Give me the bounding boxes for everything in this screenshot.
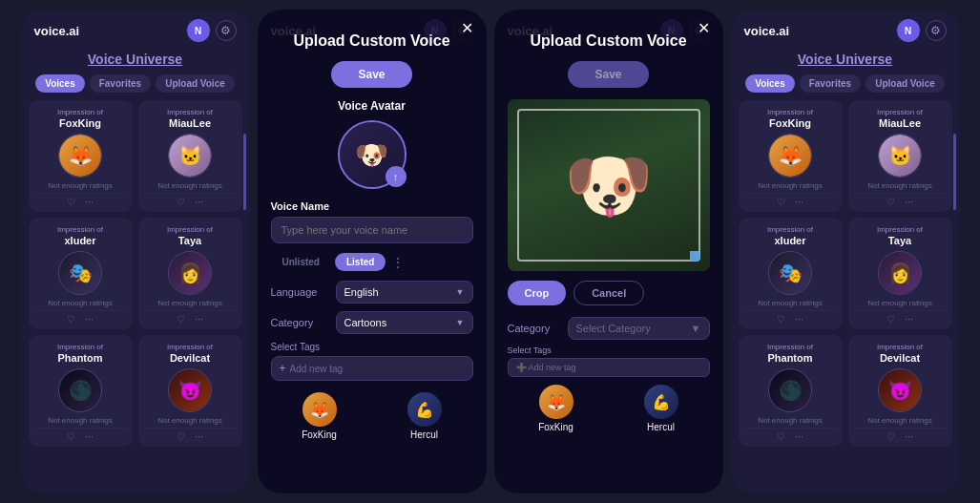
voice-card-phantom-1[interactable]: Impression of Phantom 🌑 Not enough ratin… — [29, 335, 133, 447]
heart-icon[interactable]: ♡ — [886, 431, 895, 442]
voice-avatar: 🎭 — [768, 251, 812, 295]
dropdown-arrow-3: ▼ — [691, 323, 701, 334]
modal-title-2: Upload Custom Voice — [271, 32, 473, 50]
avatar-1[interactable]: N — [187, 19, 210, 42]
bottom-voices-2: 🦊 FoxKing 💪 Hercul — [271, 392, 473, 440]
card-actions: ♡ ··· — [144, 310, 237, 325]
close-button-3[interactable]: ✕ — [698, 21, 710, 36]
heart-icon[interactable]: ♡ — [886, 314, 895, 325]
heart-icon[interactable]: ♡ — [886, 197, 895, 207]
more-icon[interactable]: ··· — [195, 431, 202, 442]
more-icon[interactable]: ··· — [85, 197, 93, 207]
tab-upload-1[interactable]: Upload Voice — [156, 74, 235, 93]
rating: Not enough ratings — [34, 181, 127, 190]
more-icon[interactable]: ··· — [85, 314, 93, 325]
voice-label: Impression of — [34, 108, 127, 116]
more-icon[interactable]: ··· — [195, 314, 202, 325]
crop-button[interactable]: Crop — [508, 281, 567, 305]
heart-icon[interactable]: ♡ — [177, 197, 185, 207]
tab-favorites-1[interactable]: Favorites — [90, 74, 151, 93]
more-icon[interactable]: ··· — [905, 314, 912, 325]
voice-name: xIuder — [34, 235, 127, 246]
category-placeholder-3: Select Category — [576, 323, 651, 334]
header-1: voice.ai N ⚙ — [21, 10, 250, 48]
more-icon[interactable]: ··· — [795, 431, 803, 442]
save-button-3[interactable]: Save — [568, 61, 648, 88]
more-icon[interactable]: ··· — [795, 197, 803, 207]
category-row: Category Cartoons ▼ — [271, 311, 473, 334]
voice-name-input[interactable] — [271, 217, 473, 243]
tags-input[interactable]: + Add new tag — [271, 356, 473, 381]
more-icon[interactable]: ··· — [85, 431, 93, 442]
voice-avatar: 😈 — [878, 368, 922, 412]
phone-screen-1: voice.ai N ⚙ Voice Universe Voices Favor… — [21, 10, 250, 493]
rating: Not enough ratings — [34, 416, 127, 425]
rating: Not enough ratings — [144, 299, 237, 307]
more-icon[interactable]: ··· — [195, 197, 202, 207]
phone-screen-4: voice.ai N ⚙ Voice Universe Voices Favor… — [731, 10, 960, 493]
voice-card-phantom-4[interactable]: Impression of Phantom 🌑 Not enough ratin… — [739, 335, 843, 447]
modal-title-3: Upload Custom Voice — [508, 32, 710, 50]
card-actions: ♡ ··· — [854, 193, 947, 207]
heart-icon[interactable]: ♡ — [177, 431, 185, 442]
avatar-4[interactable]: N — [897, 19, 920, 42]
heart-icon[interactable]: ♡ — [777, 197, 785, 207]
close-button-2[interactable]: ✕ — [461, 21, 473, 36]
card-actions: ♡ ··· — [854, 310, 947, 325]
cancel-button-3[interactable]: Cancel — [573, 281, 644, 305]
voice-avatar: 😈 — [168, 368, 212, 412]
card-actions: ♡ ··· — [144, 193, 237, 207]
category-select[interactable]: Cartoons ▼ — [336, 311, 473, 334]
tab-upload-4[interactable]: Upload Voice — [865, 74, 945, 93]
voice-avatar: 🌑 — [768, 368, 812, 412]
voice-card-devilcat-1[interactable]: Impression of Devilcat 😈 Not enough rati… — [138, 335, 242, 447]
more-icon[interactable]: ··· — [795, 314, 803, 325]
tags-label: Select Tags — [271, 342, 473, 352]
voice-card-xiuder-1[interactable]: Impression of xIuder 🎭 Not enough rating… — [29, 218, 133, 329]
tab-favorites-4[interactable]: Favorites — [800, 74, 861, 93]
crop-handle[interactable] — [690, 251, 699, 261]
scroll-indicator-4 — [953, 134, 956, 210]
voice-label: Impression of — [854, 108, 947, 116]
heart-icon[interactable]: ♡ — [67, 314, 75, 325]
more-icon[interactable]: ··· — [905, 197, 912, 207]
heart-icon[interactable]: ♡ — [177, 314, 185, 325]
voice-label: Impression of — [854, 225, 947, 234]
voice-card-foxking-4[interactable]: Impression of FoxKing 🦊 Not enough ratin… — [739, 100, 843, 212]
voice-card-xiuder-4[interactable]: Impression of xIuder 🎭 Not enough rating… — [739, 218, 843, 329]
voice-card-taya-1[interactable]: Impression of Taya 👩 Not enough ratings … — [138, 218, 242, 329]
voice-card-devilcat-4[interactable]: Impression of Devilcat 😈 Not enough rati… — [848, 335, 952, 447]
tags-section: Select Tags + Add new tag — [271, 342, 473, 381]
more-options-icon[interactable]: ⋮ — [391, 255, 405, 270]
save-button-2[interactable]: Save — [331, 61, 411, 88]
heart-icon[interactable]: ♡ — [67, 197, 75, 207]
heart-icon[interactable]: ♡ — [777, 314, 785, 325]
voice-card-miau-4[interactable]: Impression of MiauLee 🐱 Not enough ratin… — [848, 100, 952, 212]
voice-name: Devilcat — [854, 352, 947, 364]
category-select-3[interactable]: Select Category ▼ — [568, 317, 710, 340]
voice-card-taya-4[interactable]: Impression of Taya 👩 Not enough ratings … — [848, 218, 952, 329]
gear-icon-1[interactable]: ⚙ — [216, 20, 237, 41]
voice-label: Impression of — [34, 343, 127, 351]
tags-input-3[interactable]: ➕ Add new tag — [508, 358, 710, 377]
dropdown-arrow-lang: ▼ — [456, 287, 465, 297]
language-select[interactable]: English ▼ — [336, 281, 473, 304]
more-icon[interactable]: ··· — [905, 431, 912, 442]
tab-voices-1[interactable]: Voices — [35, 74, 85, 93]
tab-voices-4[interactable]: Voices — [745, 74, 795, 93]
crop-actions: Crop Cancel — [508, 281, 710, 305]
toggle-listed[interactable]: Listed — [335, 253, 386, 271]
voice-card-miau-1[interactable]: Impression of MiauLee 🐱 Not enough ratin… — [138, 100, 242, 212]
heart-icon[interactable]: ♡ — [777, 431, 785, 442]
heart-icon[interactable]: ♡ — [67, 431, 75, 442]
header-icons-4: N ⚙ — [897, 19, 947, 42]
voice-avatar-section: Voice Avatar 🐶 ↑ — [271, 99, 473, 189]
app-logo-1: voice.ai — [34, 24, 80, 38]
rating: Not enough ratings — [144, 416, 237, 425]
voice-card-foxking-1[interactable]: Impression of FoxKing 🦊 Not enough ratin… — [29, 100, 133, 212]
voice-name: MiauLee — [144, 117, 237, 129]
voice-name: FoxKing — [34, 117, 127, 129]
gear-icon-4[interactable]: ⚙ — [926, 20, 947, 41]
upload-avatar-circle[interactable]: 🐶 ↑ — [338, 120, 407, 189]
toggle-unlisted[interactable]: Unlisted — [271, 253, 331, 271]
